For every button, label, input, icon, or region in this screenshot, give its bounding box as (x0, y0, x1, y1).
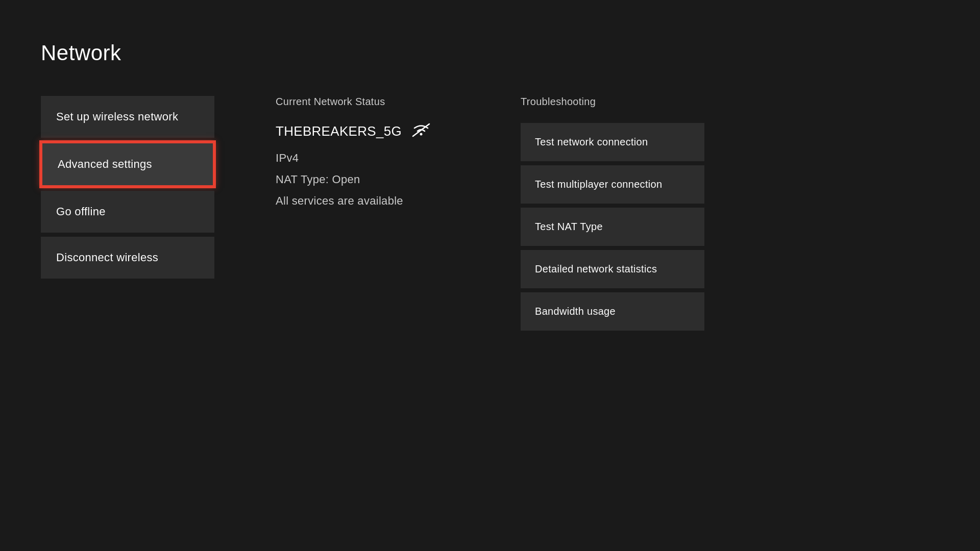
bandwidth-usage-button[interactable]: Bandwidth usage (521, 292, 704, 331)
network-name: THEBREAKERS_5G (276, 123, 402, 139)
menu-item-advanced-settings[interactable]: Advanced settings (41, 142, 214, 187)
detailed-network-statistics-button[interactable]: Detailed network statistics (521, 250, 704, 288)
left-menu: Set up wireless network Advanced setting… (41, 96, 214, 279)
test-multiplayer-connection-button[interactable]: Test multiplayer connection (521, 165, 704, 204)
page-title: Network (41, 41, 980, 65)
menu-item-disconnect-wireless[interactable]: Disconnect wireless (41, 237, 214, 279)
troubleshooting-panel: Troubleshooting Test network connection … (521, 96, 704, 335)
network-name-row: THEBREAKERS_5G (276, 123, 470, 139)
wifi-icon (412, 123, 430, 139)
services-status: All services are available (276, 194, 470, 208)
page-container: Network Set up wireless network Advanced… (0, 0, 980, 551)
menu-item-go-offline[interactable]: Go offline (41, 191, 214, 233)
test-network-connection-button[interactable]: Test network connection (521, 123, 704, 161)
test-nat-type-button[interactable]: Test NAT Type (521, 208, 704, 246)
svg-point-0 (420, 133, 422, 136)
ip-version: IPv4 (276, 152, 470, 165)
menu-item-setup-wireless[interactable]: Set up wireless network (41, 96, 214, 138)
troubleshooting-title: Troubleshooting (521, 96, 704, 108)
nat-type: NAT Type: Open (276, 173, 470, 186)
content-layout: Set up wireless network Advanced setting… (41, 96, 980, 335)
network-status-panel: Current Network Status THEBREAKERS_5G I (276, 96, 470, 216)
network-status-title: Current Network Status (276, 96, 470, 108)
